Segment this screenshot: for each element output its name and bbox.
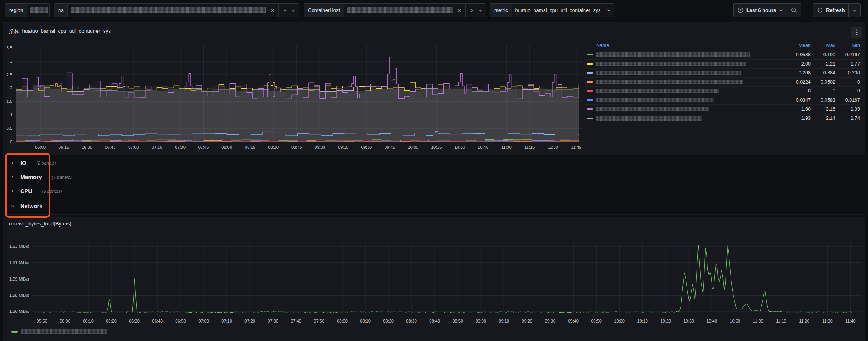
refresh-button[interactable]: Refresh — [813, 4, 848, 17]
remove-value-icon[interactable]: × — [457, 7, 462, 13]
svg-text:07:50: 07:50 — [314, 319, 324, 323]
svg-text:10:50: 10:50 — [729, 319, 740, 323]
svg-text:06:00: 06:00 — [35, 145, 46, 150]
chart-legend-table: Name Mean Max Min 0.0538 0.100 0.0167 2.… — [584, 40, 863, 123]
svg-text:11:00: 11:00 — [753, 319, 763, 323]
chevron-down-icon[interactable] — [478, 9, 482, 12]
filter-region-value[interactable] — [27, 4, 50, 17]
legend-mean-value: 2.00 — [778, 61, 811, 67]
svg-text:10:40: 10:40 — [706, 319, 717, 323]
chevron-down-icon[interactable] — [291, 9, 295, 12]
legend-mean-value: 1.93 — [778, 116, 811, 121]
legend-header-name[interactable]: Name — [587, 43, 778, 48]
clear-all-icon[interactable]: × — [282, 7, 288, 13]
svg-text:11:30: 11:30 — [822, 319, 833, 323]
panel-title[interactable]: 指标: huatuo_bamai_cpu_util_container_sys — [9, 28, 111, 35]
redacted-series-name-mosaic — [596, 80, 743, 84]
zoom-out-button[interactable] — [787, 4, 801, 17]
legend-series-name[interactable] — [587, 80, 778, 84]
filter-metric-value[interactable]: huatuo_bamai_cpu_util_container_sys — [512, 4, 614, 17]
time-range-button[interactable]: Last 6 hours — [734, 4, 787, 17]
clear-all-icon[interactable]: × — [469, 7, 475, 13]
filter-ns-value[interactable]: × — [68, 4, 279, 17]
section-label: Network — [20, 203, 42, 209]
receive-bytes-timeseries-chart[interactable]: 1.56 MiB/s1.58 MiB/s1.59 MiB/s1.61 MiB/s… — [3, 234, 865, 341]
legend-series-name[interactable] — [587, 89, 778, 93]
svg-text:08:50: 08:50 — [452, 319, 463, 323]
legend-mean-value: 0.268 — [778, 70, 811, 76]
svg-text:09:15: 09:15 — [338, 145, 349, 150]
remove-value-icon[interactable]: × — [269, 7, 275, 13]
filter-ns[interactable]: ns × × — [54, 3, 299, 17]
chevron-down-icon[interactable] — [607, 9, 611, 12]
svg-text:11:00: 11:00 — [501, 145, 512, 150]
cpu-util-timeseries-chart[interactable]: 00.511.522.533.506:0006:1506:3006:4507:0… — [5, 40, 587, 153]
section-row-io[interactable]: IO (2 panels) — [3, 156, 865, 170]
filter-containerhost-actions: × — [465, 4, 486, 17]
section-label: IO — [20, 160, 26, 166]
filter-containerhost[interactable]: ContainerHost × × — [304, 3, 486, 17]
filter-containerhost-value[interactable]: × — [344, 4, 465, 17]
redacted-series-name-mosaic — [596, 89, 719, 93]
legend-mean-value: 1.90 — [778, 106, 811, 112]
legend-min-value: 0 — [835, 79, 860, 85]
legend-row: 0.0224 0.0502 0 — [584, 78, 863, 87]
panel-cpu-util-container-sys: 指标: huatuo_bamai_cpu_util_container_sys … — [3, 22, 865, 155]
svg-text:09:00: 09:00 — [475, 319, 486, 323]
svg-text:11:40: 11:40 — [845, 319, 856, 323]
section-row-cpu[interactable]: CPU (5 panels) — [3, 184, 865, 198]
svg-text:0.5: 0.5 — [7, 126, 12, 131]
series-color-dash — [587, 81, 593, 83]
section-row-memory[interactable]: Memory (7 panels) — [3, 170, 865, 184]
panel-menu-kebab-icon[interactable] — [851, 27, 862, 38]
legend-series-name[interactable] — [587, 116, 778, 121]
legend-header-max[interactable]: Max — [811, 43, 835, 48]
svg-text:1.61 MiB/s: 1.61 MiB/s — [9, 260, 29, 265]
svg-text:08:15: 08:15 — [245, 145, 256, 150]
legend-series-name[interactable] — [587, 98, 778, 102]
svg-text:07:10: 07:10 — [221, 319, 232, 323]
svg-text:08:30: 08:30 — [268, 145, 279, 150]
svg-text:2.5: 2.5 — [7, 72, 12, 77]
chevron-right-icon — [11, 175, 15, 179]
legend-series-name[interactable] — [587, 107, 778, 111]
section-panel-count: (2 panels) — [36, 161, 56, 165]
svg-text:07:40: 07:40 — [291, 319, 301, 323]
refresh-label: Refresh — [826, 7, 845, 13]
legend-series-name[interactable] — [587, 71, 778, 75]
legend-mean-value: 0 — [778, 88, 811, 94]
svg-text:07:15: 07:15 — [152, 145, 162, 150]
section-panel-count: (5 panels) — [42, 189, 62, 193]
legend-header-mean[interactable]: Mean — [778, 43, 811, 48]
svg-text:09:30: 09:30 — [545, 319, 555, 323]
series-color-dash — [587, 90, 593, 92]
redacted-series-name-mosaic[interactable] — [21, 329, 107, 334]
legend-series-name[interactable] — [587, 62, 778, 66]
svg-text:0: 0 — [10, 139, 12, 144]
refresh-interval-button[interactable] — [848, 4, 860, 17]
filter-containerhost-label: ContainerHost — [304, 4, 344, 17]
svg-text:09:45: 09:45 — [385, 145, 395, 150]
legend-row: 2.00 2.21 1.77 — [584, 60, 863, 69]
filter-ns-label: ns — [54, 4, 68, 17]
legend-min-value: 1.39 — [835, 106, 860, 112]
section-row-network[interactable]: Network — [3, 198, 865, 215]
legend-max-value: 2.14 — [811, 116, 835, 121]
filter-metric[interactable]: metric huatuo_bamai_cpu_util_container_s… — [490, 3, 614, 17]
redacted-value-mosaic — [30, 7, 48, 13]
chevron-down-icon — [11, 205, 15, 208]
legend-header-row: Name Mean Max Min — [584, 40, 863, 50]
filter-ns-actions: × — [278, 4, 299, 17]
filter-region[interactable]: region — [5, 3, 50, 17]
chevron-right-icon — [11, 189, 15, 193]
svg-text:08:00: 08:00 — [337, 319, 348, 323]
panel-title[interactable]: receive_bytes_total(Byte/s) — [9, 221, 72, 227]
legend-header-min[interactable]: Min — [835, 43, 860, 48]
legend-row: 0.0538 0.100 0.0167 — [584, 50, 863, 60]
svg-text:11:20: 11:20 — [799, 319, 809, 323]
legend-series-name[interactable] — [587, 52, 778, 57]
legend-min-value: 1.74 — [835, 116, 860, 121]
section-label: CPU — [20, 188, 32, 194]
svg-text:09:20: 09:20 — [522, 319, 532, 323]
svg-text:06:15: 06:15 — [59, 145, 69, 150]
